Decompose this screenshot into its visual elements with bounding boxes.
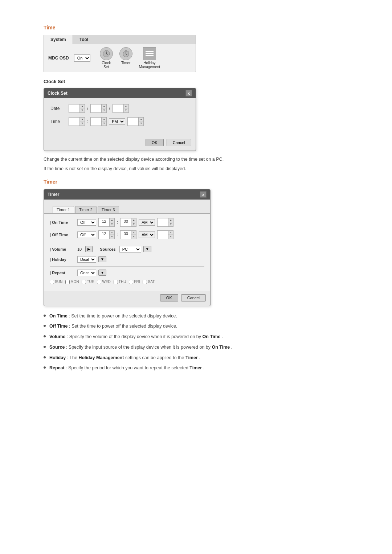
timer-dialog-close[interactable]: x xyxy=(200,191,207,198)
date-spin2-down[interactable]: ▼ xyxy=(102,108,106,112)
time-spin2-up[interactable]: ▲ xyxy=(102,118,106,122)
time-spin3-up[interactable]: ▲ xyxy=(139,118,143,122)
clock-dialog-title: Clock Set xyxy=(48,91,68,96)
timer-icon-item[interactable]: Timer xyxy=(119,47,132,69)
timer-tab-2[interactable]: Timer 2 xyxy=(75,206,97,213)
time-spin-2[interactable]: -- ▲ ▼ xyxy=(90,117,107,126)
off-time-ampm-up[interactable]: ▲ xyxy=(168,231,173,235)
holiday-label-line2: Management xyxy=(139,65,160,69)
day-wed: WED xyxy=(97,280,110,284)
toolbar-tab-system[interactable]: System xyxy=(44,35,73,44)
clock-label-line1: Clock xyxy=(102,61,111,65)
holiday-select[interactable]: Disable xyxy=(77,256,96,263)
day-thu: THU xyxy=(114,280,126,284)
timer-off-time-select[interactable]: Off xyxy=(77,231,96,238)
day-tue-checkbox[interactable] xyxy=(82,280,86,284)
on-time-hour-down[interactable]: ▼ xyxy=(110,222,114,226)
on-time-ampm-down[interactable]: ▼ xyxy=(168,222,173,226)
clock-set-icon-item[interactable]: Clock Set xyxy=(100,47,113,69)
timer-tab-1[interactable]: Timer 1 xyxy=(53,206,74,213)
date-spin-3[interactable]: -- ▲ ▼ xyxy=(113,104,129,113)
time-section: Time System Tool MDC OSD On xyxy=(44,25,348,172)
bullet-source-bold: On Time xyxy=(212,345,230,350)
on-time-ampm-up[interactable]: ▲ xyxy=(168,218,173,222)
time-spin-3[interactable]: ▲ ▼ xyxy=(127,117,144,126)
day-fri: FRI xyxy=(129,280,140,284)
timer-tab-3[interactable]: Timer 3 xyxy=(98,206,119,213)
off-time-min-up[interactable]: ▲ xyxy=(131,231,136,235)
timer-tabs: Timer 1 Timer 2 Timer 3 xyxy=(48,202,206,213)
sources-pipe-label: Sources xyxy=(100,247,115,251)
day-sun: SUN xyxy=(50,280,62,284)
date-spin3-up[interactable]: ▲ xyxy=(124,104,128,108)
sources-select[interactable]: PC xyxy=(119,246,141,253)
day-mon-checkbox[interactable] xyxy=(65,280,70,284)
clock-desc1: Change the current time on the selected … xyxy=(44,156,348,163)
date-spin3-down[interactable]: ▼ xyxy=(124,108,128,112)
date-spin3-arrows: ▲ ▼ xyxy=(124,104,128,112)
clock-ok-button[interactable]: OK xyxy=(146,139,164,146)
day-tue-label: TUE xyxy=(87,280,94,284)
date-spin-1[interactable]: ---- ▲ ▼ xyxy=(69,104,85,113)
date-spin1-up[interactable]: ▲ xyxy=(80,104,85,108)
timer-on-time-label: On Time xyxy=(50,220,75,225)
repeat-dropdown-arrow[interactable]: ▼ xyxy=(98,270,106,276)
timer-body: On Time Off 12 ▲ ▼ : 00 ▲ ▼ xyxy=(44,213,210,291)
holiday-dropdown-arrow[interactable]: ▼ xyxy=(98,256,106,262)
off-time-ampm-spin[interactable]: ▲ ▼ xyxy=(157,230,173,239)
off-time-hour-spin[interactable]: 12 ▲ ▼ xyxy=(98,230,115,239)
on-time-ampm-val xyxy=(158,218,168,226)
bullet-holiday-bold: Holiday Management xyxy=(78,355,124,360)
time-spin2-down[interactable]: ▼ xyxy=(102,122,106,125)
toolbar-tab-tool[interactable]: Tool xyxy=(73,35,95,44)
holiday-icon xyxy=(143,47,156,60)
repeat-select[interactable]: Once xyxy=(77,270,96,276)
timer-on-time-select[interactable]: Off xyxy=(77,219,96,226)
time-section-title: Time xyxy=(44,25,348,30)
off-time-min-spin[interactable]: 00 ▲ ▼ xyxy=(120,230,136,239)
bullet-holiday-mid: settings can be applied to the xyxy=(125,355,185,360)
off-time-hour-down[interactable]: ▼ xyxy=(110,235,114,238)
time-spin3-down[interactable]: ▼ xyxy=(139,122,143,125)
on-time-ampm-spin[interactable]: ▲ ▼ xyxy=(157,218,173,227)
bullet-holiday-post: . xyxy=(199,355,200,360)
time-spin1-up[interactable]: ▲ xyxy=(80,118,85,122)
clock-cancel-button[interactable]: Cancel xyxy=(167,139,191,146)
off-time-hour: 12 xyxy=(99,231,110,239)
on-time-min-down[interactable]: ▼ xyxy=(131,222,136,226)
mdc-osd-select[interactable]: On xyxy=(74,54,90,62)
clock-desc2: If the time is not set on the display de… xyxy=(44,165,348,172)
on-time-ampm-select[interactable]: AM xyxy=(139,219,155,226)
day-thu-checkbox[interactable] xyxy=(114,280,118,284)
clock-dialog-close[interactable]: x xyxy=(185,90,192,97)
date-spin2-up[interactable]: ▲ xyxy=(102,104,106,108)
on-time-hour-up[interactable]: ▲ xyxy=(110,218,114,222)
timer-dialog-title: Timer xyxy=(48,192,59,197)
day-wed-checkbox[interactable] xyxy=(97,280,101,284)
off-time-min-down[interactable]: ▼ xyxy=(131,235,136,238)
off-time-ampm-down[interactable]: ▼ xyxy=(168,235,173,238)
time-spin-1[interactable]: -- ▲ ▼ xyxy=(69,117,85,126)
date-spin1-down[interactable]: ▼ xyxy=(80,108,85,112)
on-time-hour-spin[interactable]: 12 ▲ ▼ xyxy=(98,218,115,227)
time-spin1-down[interactable]: ▼ xyxy=(80,122,85,125)
off-time-ampm-select[interactable]: AM xyxy=(139,231,155,238)
timer-cancel-button[interactable]: Cancel xyxy=(181,294,206,301)
time-sep: : xyxy=(87,119,88,124)
day-fri-checkbox[interactable] xyxy=(129,280,133,284)
on-time-min-spin[interactable]: 00 ▲ ▼ xyxy=(120,218,136,227)
off-time-hour-up[interactable]: ▲ xyxy=(110,231,114,235)
timer-volume-arrow[interactable]: ▶ xyxy=(85,246,93,252)
holiday-icon-item[interactable]: Holiday Management xyxy=(139,47,160,69)
day-sun-checkbox[interactable] xyxy=(50,280,54,284)
time-ampm-select[interactable]: PM xyxy=(109,118,125,125)
sources-dropdown-arrow[interactable]: ▼ xyxy=(143,246,151,252)
day-sat-checkbox[interactable] xyxy=(143,280,147,284)
timer-ok-button[interactable]: OK xyxy=(160,294,178,301)
date-spin-2[interactable]: -- ▲ ▼ xyxy=(90,104,107,113)
bullet-list: On Time : Set the time to power on the s… xyxy=(44,313,348,372)
clock-date-label: Date xyxy=(50,106,66,111)
on-time-min-up[interactable]: ▲ xyxy=(131,218,136,222)
clock-label-line2: Set xyxy=(103,65,109,69)
toolbar-tabs: System Tool xyxy=(44,35,196,44)
